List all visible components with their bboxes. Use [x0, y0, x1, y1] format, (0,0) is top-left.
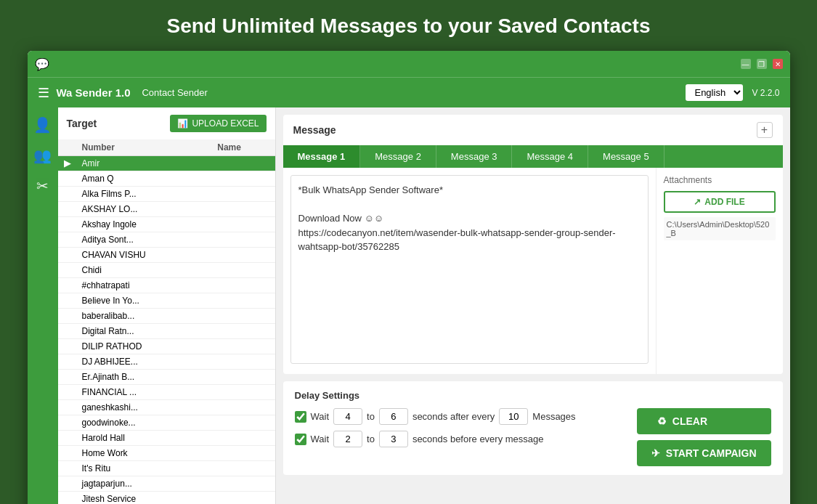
add-file-button[interactable]: ↗ ADD FILE	[664, 191, 776, 213]
table-row[interactable]: AKSHAY LO...	[58, 202, 275, 217]
delay-wait-from-1[interactable]	[333, 408, 362, 425]
delay-row-2: Wait to seconds before every message	[295, 431, 637, 447]
add-file-label: ADD FILE	[704, 197, 744, 207]
clear-icon: ♻	[657, 415, 667, 427]
tab-message-1[interactable]: Message 1	[283, 145, 361, 168]
sidebar-icon-group[interactable]: 👥	[33, 147, 52, 164]
table-row[interactable]: Home Work	[58, 446, 275, 461]
app-subtitle: Contact Sender	[142, 87, 207, 98]
table-row[interactable]: Harold Hall	[58, 431, 275, 446]
message-label: Message	[293, 124, 336, 136]
page-title: Send Unlimited Messages to your Saved Co…	[167, 15, 651, 38]
table-row[interactable]: #chhatrapati	[58, 278, 275, 293]
message-section: Message + Message 1 Message 2 Message 3 …	[283, 115, 783, 374]
to-label-1: to	[367, 411, 375, 422]
language-select[interactable]: English	[686, 84, 743, 101]
main-panel: Message + Message 1 Message 2 Message 3 …	[276, 107, 790, 504]
file-path: C:\Users\Admin\Desktop\520_B	[664, 217, 776, 240]
maximize-button[interactable]: ❐	[757, 59, 767, 69]
clear-button[interactable]: ♻ CLEAR	[637, 408, 771, 434]
excel-icon: 📊	[177, 118, 188, 129]
delay-row-1: Wait to seconds after every Messages	[295, 408, 637, 425]
wait-label-2: Wait	[311, 434, 330, 444]
arrow-col-header	[58, 139, 76, 156]
app-body: 👤 👥 ✂ Target 📊 UPLOAD EXCEL Number	[28, 107, 790, 504]
bottom-row: Wait to seconds after every Messages Wai…	[295, 408, 771, 466]
seconds-after-label: seconds after every	[412, 411, 495, 422]
table-row[interactable]: DILIP RATHOD	[58, 339, 275, 354]
table-row[interactable]: ganeshkashi...	[58, 400, 275, 415]
sidebar: 👤 👥 ✂	[28, 107, 58, 504]
message-content: Attachments ↗ ADD FILE C:\Users\Admin\De…	[283, 168, 783, 374]
minimize-button[interactable]: —	[741, 59, 751, 69]
app-name: Wa Sender 1.0	[57, 86, 131, 99]
table-row[interactable]: DJ ABHIJEE...	[58, 354, 275, 370]
table-row[interactable]: Jitesh Service	[58, 492, 275, 505]
table-row[interactable]: Akshay Ingole	[58, 217, 275, 232]
table-row[interactable]: goodwinoke...	[58, 415, 275, 431]
delay-count[interactable]	[499, 408, 528, 425]
tab-message-2[interactable]: Message 2	[360, 145, 436, 168]
table-row[interactable]: Chidi	[58, 263, 275, 278]
table-row[interactable]: Aditya Sont...	[58, 232, 275, 248]
delay-rows-container: Wait to seconds after every Messages Wai…	[295, 408, 637, 453]
delay-wait-from-2[interactable]	[333, 431, 362, 447]
number-col-header: Number	[76, 139, 212, 156]
name-col-header: Name	[211, 139, 275, 156]
delay-checkbox-1[interactable]	[295, 411, 306, 423]
title-bar-controls: — ❐ ✕	[741, 59, 783, 69]
table-row[interactable]: ▶Amir	[58, 156, 275, 171]
tab-message-5[interactable]: Message 5	[588, 145, 664, 168]
messages-label: Messages	[532, 411, 575, 422]
start-campaign-button[interactable]: ✈ START CAMPAIGN	[637, 440, 771, 466]
table-row[interactable]: baberalibab...	[58, 309, 275, 324]
table-row[interactable]: Aman Q	[58, 171, 275, 187]
add-tab-button[interactable]: +	[757, 122, 773, 138]
table-row[interactable]: Alka Films P...	[58, 187, 275, 202]
wait-label-1: Wait	[311, 411, 330, 422]
delay-actions: ♻ CLEAR ✈ START CAMPAIGN	[637, 408, 771, 466]
upload-excel-button[interactable]: 📊 UPLOAD EXCEL	[170, 115, 266, 132]
sidebar-icon-person[interactable]: 👤	[33, 116, 52, 134]
before-msg-label: seconds before every message	[412, 434, 544, 444]
app-header: ☰ Wa Sender 1.0 Contact Sender English V…	[28, 77, 790, 107]
attachments-panel: Attachments ↗ ADD FILE C:\Users\Admin\De…	[656, 168, 783, 374]
upload-icon: ↗	[694, 197, 701, 207]
title-bar: 💬 — ❐ ✕	[28, 51, 790, 77]
delay-title: Delay Settings	[295, 390, 771, 401]
message-tabs: Message 1 Message 2 Message 3 Message 4 …	[283, 145, 783, 168]
to-label-2: to	[367, 434, 375, 444]
left-panel: Target 📊 UPLOAD EXCEL Number Name	[58, 107, 276, 504]
table-row[interactable]: FINANCIAL ...	[58, 385, 275, 400]
tab-message-4[interactable]: Message 4	[512, 145, 588, 168]
sidebar-icon-tools[interactable]: ✂	[36, 177, 49, 195]
tab-message-3[interactable]: Message 3	[436, 145, 513, 168]
table-row[interactable]: Digital Ratn...	[58, 324, 275, 339]
attachments-label: Attachments	[664, 175, 776, 185]
message-textarea[interactable]	[290, 175, 649, 364]
close-button[interactable]: ✕	[773, 59, 783, 69]
delay-section: Delay Settings Wait to seconds after eve…	[283, 381, 783, 475]
clear-label: CLEAR	[672, 415, 707, 427]
hamburger-icon[interactable]: ☰	[38, 85, 49, 101]
contacts-table: Number Name ▶AmirAman QAlka Films P...AK…	[58, 139, 275, 504]
delay-wait-to-2[interactable]	[379, 431, 408, 447]
left-panel-header: Target 📊 UPLOAD EXCEL	[58, 107, 275, 139]
version-label: V 2.2.0	[752, 88, 779, 98]
table-row[interactable]: Believe In Yo...	[58, 293, 275, 309]
start-label: START CAMPAIGN	[666, 447, 757, 459]
table-row[interactable]: Er.Ajinath B...	[58, 370, 275, 385]
delay-checkbox-2[interactable]	[295, 434, 306, 445]
table-row[interactable]: It's Ritu	[58, 461, 275, 476]
message-header: Message +	[283, 115, 783, 145]
delay-wait-to-1[interactable]	[379, 408, 408, 425]
table-row[interactable]: CHAVAN VISHU	[58, 248, 275, 263]
upload-excel-label: UPLOAD EXCEL	[192, 118, 259, 129]
send-icon: ✈	[651, 447, 660, 459]
table-row[interactable]: jagtaparjun...	[58, 476, 275, 492]
message-textarea-area	[283, 168, 656, 374]
target-label: Target	[67, 118, 97, 129]
app-window: 💬 — ❐ ✕ ☰ Wa Sender 1.0 Contact Sender E…	[28, 51, 790, 504]
app-logo-icon: 💬	[35, 57, 49, 71]
